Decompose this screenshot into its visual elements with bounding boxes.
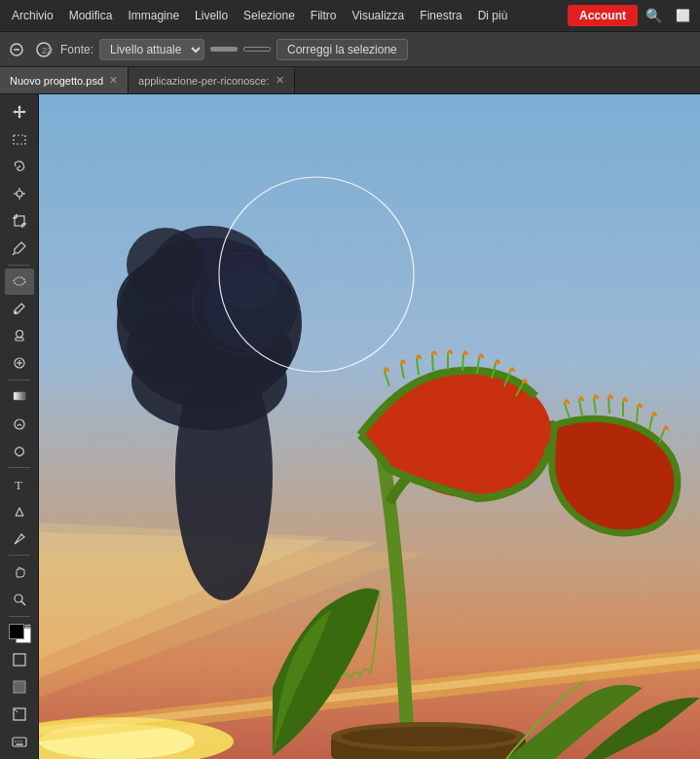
svg-point-59	[341, 727, 516, 746]
dash-line-outline[interactable]	[243, 47, 271, 52]
menu-di-piu[interactable]: Di più	[470, 5, 516, 26]
tab-nuovo[interactable]: Nuovo progetto.psd ✕	[0, 67, 129, 93]
search-icon[interactable]: 🔍	[638, 4, 670, 27]
svg-point-52	[127, 228, 204, 302]
svg-point-9	[17, 191, 22, 197]
toolbar-divider-2	[9, 380, 30, 380]
menu-livello[interactable]: Livello	[187, 5, 236, 26]
options-bar: 225 Fonte: Livello attuale Correggi la s…	[0, 32, 700, 67]
hand-tool[interactable]	[5, 559, 34, 585]
tab-nuovo-label: Nuovo progetto.psd	[10, 75, 103, 87]
tab-applicazione[interactable]: applicazione-per-riconosce: ✕	[129, 67, 295, 93]
menu-selezione[interactable]: Selezione	[236, 5, 303, 26]
move-tool[interactable]	[5, 98, 34, 125]
swap-colors-icon[interactable]: ⇄	[24, 622, 31, 631]
tab-applicazione-close[interactable]: ✕	[276, 75, 284, 86]
brush-tool[interactable]	[5, 296, 34, 322]
options-tool-icon1[interactable]	[6, 39, 27, 60]
account-button[interactable]: Account	[568, 5, 638, 26]
eyedropper-tool[interactable]	[5, 235, 34, 261]
menu-immagine[interactable]: Immagine	[120, 5, 187, 26]
svg-rect-18	[16, 338, 23, 341]
screen-mode-button[interactable]	[5, 702, 34, 728]
healing-tool[interactable]	[5, 350, 34, 377]
toolbar-divider-4	[9, 555, 30, 556]
lasso-tool[interactable]	[5, 153, 34, 179]
menu-visualizza[interactable]: Visualizza	[344, 5, 412, 26]
menu-finestra[interactable]: Finestra	[412, 5, 469, 26]
menubar: Archivio Modifica Immagine Livello Selez…	[0, 0, 700, 32]
quick-mask-button[interactable]	[5, 674, 34, 701]
maximize-button[interactable]: ⬜	[670, 5, 696, 26]
selection-brush-tool[interactable]	[5, 269, 34, 295]
fonte-select[interactable]: Livello attuale	[99, 39, 204, 60]
blur-tool[interactable]	[5, 438, 34, 464]
svg-rect-4	[14, 135, 25, 144]
marquee-tool[interactable]	[5, 126, 34, 152]
svg-text:T: T	[15, 478, 22, 492]
color-swatches[interactable]: ⇄	[5, 620, 34, 646]
keyboard-button[interactable]	[5, 729, 34, 755]
svg-text:225: 225	[42, 46, 53, 55]
toolbar-divider-1	[9, 265, 30, 266]
svg-point-56	[219, 270, 277, 308]
toolbar-divider-5	[9, 616, 30, 617]
main-area: T ⇄	[0, 94, 700, 759]
toolbar: T ⇄	[0, 94, 39, 759]
svg-rect-28	[14, 654, 25, 666]
zoom-tool[interactable]	[5, 586, 34, 612]
burn-tool[interactable]	[5, 411, 34, 437]
crop-tool[interactable]	[5, 207, 34, 234]
tab-applicazione-label: applicazione-per-riconosce:	[138, 75, 270, 87]
path-selection-tool[interactable]	[5, 525, 34, 552]
correggi-button[interactable]: Correggi la selezione	[276, 39, 408, 60]
menu-modifica[interactable]: Modifica	[61, 5, 121, 26]
text-tool[interactable]: T	[5, 471, 34, 497]
fonte-label: Fonte:	[60, 43, 93, 56]
canvas-background	[39, 94, 700, 759]
toolbar-divider-3	[9, 467, 30, 468]
svg-point-26	[15, 595, 22, 602]
options-tool-icon2[interactable]: 225	[33, 39, 55, 60]
tab-bar: Nuovo progetto.psd ✕ applicazione-per-ri…	[0, 67, 700, 94]
stamp-tool[interactable]	[5, 323, 34, 349]
fg-color-swatch[interactable]	[9, 624, 24, 639]
canvas-area[interactable]	[39, 94, 700, 759]
svg-point-17	[16, 331, 22, 338]
tab-nuovo-close[interactable]: ✕	[109, 75, 118, 86]
svg-line-15	[13, 253, 15, 255]
menu-filtro[interactable]: Filtro	[303, 5, 345, 26]
svg-line-27	[21, 601, 25, 605]
dash-line-solid[interactable]	[210, 47, 238, 52]
svg-point-16	[14, 311, 17, 314]
svg-rect-22	[14, 392, 25, 400]
standard-mode-button[interactable]	[5, 647, 34, 673]
gradient-tool[interactable]	[5, 383, 34, 410]
magic-wand-tool[interactable]	[5, 180, 34, 206]
menu-archivio[interactable]: Archivio	[4, 5, 61, 26]
svg-rect-29	[14, 681, 25, 693]
pen-tool[interactable]	[5, 498, 34, 524]
